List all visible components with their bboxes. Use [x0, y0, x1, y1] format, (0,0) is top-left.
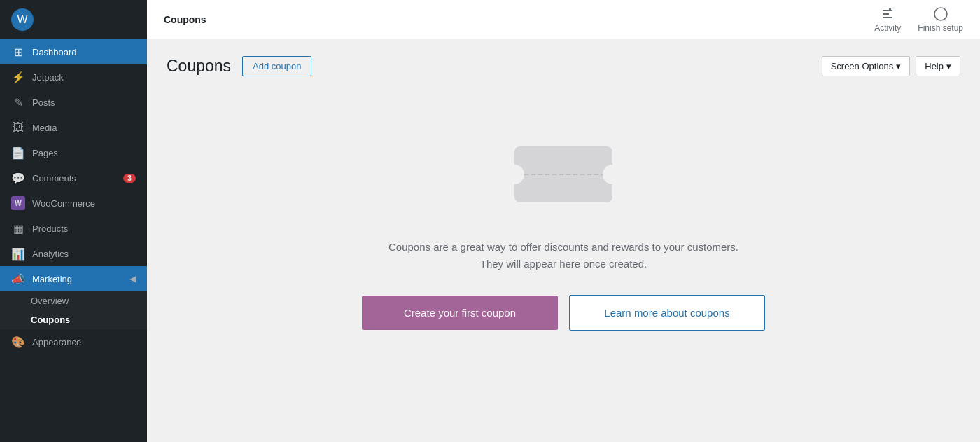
wp-logo-icon: W: [11, 8, 34, 31]
sidebar-item-appearance[interactable]: 🎨 Appearance: [0, 329, 147, 354]
coupons-label: Coupons: [31, 315, 70, 325]
sidebar-item-label: Marketing: [32, 274, 122, 284]
dashboard-icon: ⊞: [11, 45, 25, 59]
screen-options-button[interactable]: Screen Options ▾: [822, 56, 911, 76]
sidebar-item-label: Products: [32, 223, 136, 234]
add-coupon-button[interactable]: Add coupon: [242, 56, 312, 76]
sidebar-item-label: Analytics: [32, 249, 136, 259]
finish-setup-icon: [933, 6, 948, 22]
page-header-left: Coupons Add coupon: [167, 56, 312, 76]
sidebar-logo[interactable]: W: [0, 0, 147, 39]
products-icon: ▦: [11, 221, 25, 235]
sidebar-item-posts[interactable]: ✎ Posts: [0, 90, 147, 115]
appearance-icon: 🎨: [11, 335, 25, 349]
svg-point-1: [934, 8, 947, 20]
help-label: Help: [925, 61, 944, 71]
empty-state-description: Coupons are a great way to offer discoun…: [388, 239, 738, 272]
main-content: Coupons Activity Finish setup: [147, 0, 980, 442]
comments-icon: 💬: [11, 171, 25, 185]
page-title: Coupons: [167, 57, 231, 76]
sidebar-item-comments[interactable]: 💬 Comments 3: [0, 165, 147, 191]
help-chevron-icon: ▾: [946, 61, 951, 71]
help-button[interactable]: Help ▾: [916, 56, 960, 76]
sidebar-item-label: Comments: [32, 173, 116, 184]
learn-more-coupons-button[interactable]: Learn more about coupons: [569, 295, 765, 331]
jetpack-icon: ⚡: [11, 70, 25, 84]
topbar: Coupons Activity Finish setup: [147, 0, 980, 39]
sidebar-item-pages[interactable]: 📄 Pages: [0, 140, 147, 165]
sidebar-item-label: Appearance: [32, 337, 136, 347]
woocommerce-icon: W: [11, 196, 25, 210]
posts-icon: ✎: [11, 95, 25, 109]
sidebar: W ⊞ Dashboard ⚡ Jetpack ✎ Posts 🖼 Media …: [0, 0, 147, 442]
sidebar-subitem-coupons[interactable]: Coupons: [0, 310, 147, 329]
overview-label: Overview: [31, 296, 69, 306]
sidebar-item-label: Jetpack: [32, 72, 136, 83]
activity-button[interactable]: Activity: [874, 6, 901, 33]
sidebar-item-label: Dashboard: [32, 47, 136, 57]
create-first-coupon-button[interactable]: Create your first coupon: [362, 296, 558, 330]
topbar-actions: Activity Finish setup: [874, 6, 963, 33]
empty-state-actions: Create your first coupon Learn more abou…: [362, 295, 765, 331]
activity-label: Activity: [874, 23, 901, 33]
sidebar-item-label: Pages: [32, 148, 136, 158]
coupon-illustration: [507, 132, 620, 219]
media-icon: 🖼: [11, 120, 25, 134]
sidebar-item-woocommerce[interactable]: W WooCommerce: [0, 191, 147, 216]
activity-icon: [880, 6, 895, 22]
page-header: Coupons Add coupon Screen Options ▾ Help…: [167, 56, 960, 76]
topbar-title: Coupons: [164, 14, 206, 25]
sidebar-item-label: WooCommerce: [32, 198, 136, 209]
comments-badge: 3: [123, 174, 136, 183]
finish-setup-label: Finish setup: [918, 23, 963, 33]
sidebar-subitem-overview[interactable]: Overview: [0, 291, 147, 310]
analytics-icon: 📊: [11, 247, 25, 261]
screen-options-area: Screen Options ▾ Help ▾: [822, 56, 960, 76]
sidebar-item-products[interactable]: ▦ Products: [0, 216, 147, 241]
screen-options-chevron-icon: ▾: [896, 61, 901, 71]
sidebar-item-marketing[interactable]: 📣 Marketing ◀: [0, 266, 147, 291]
sidebar-item-media[interactable]: 🖼 Media: [0, 115, 147, 140]
marketing-submenu: Overview Coupons: [0, 291, 147, 329]
svg-rect-0: [889, 8, 891, 11]
screen-options-label: Screen Options: [831, 61, 894, 71]
marketing-icon: 📣: [11, 272, 25, 286]
sidebar-item-label: Posts: [32, 97, 136, 108]
sidebar-arrow-icon: ◀: [130, 274, 136, 284]
content-area: Coupons Add coupon Screen Options ▾ Help…: [147, 39, 980, 442]
empty-state: Coupons are a great way to offer discoun…: [167, 90, 960, 359]
sidebar-item-label: Media: [32, 123, 136, 133]
pages-icon: 📄: [11, 146, 25, 160]
sidebar-item-jetpack[interactable]: ⚡ Jetpack: [0, 64, 147, 90]
sidebar-item-analytics[interactable]: 📊 Analytics: [0, 241, 147, 266]
finish-setup-button[interactable]: Finish setup: [918, 6, 963, 33]
sidebar-item-dashboard[interactable]: ⊞ Dashboard: [0, 39, 147, 64]
